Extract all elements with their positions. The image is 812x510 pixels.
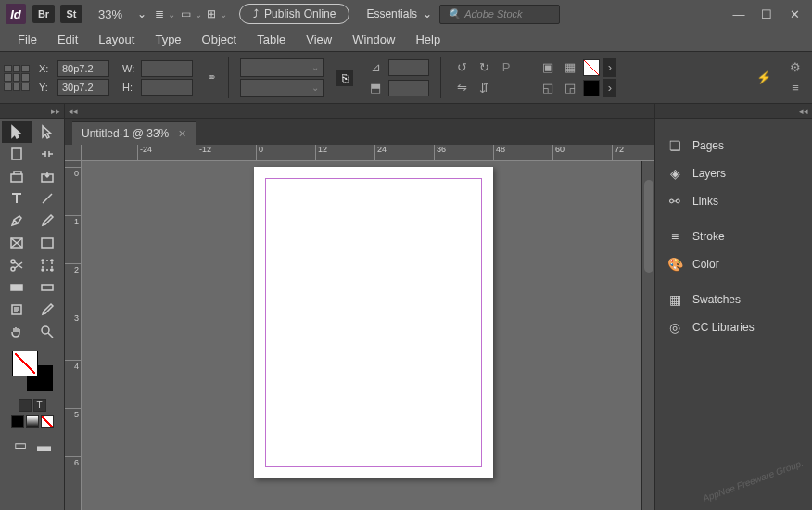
eyedropper-tool[interactable] [32,299,62,321]
settings-icon[interactable]: ⚙ [786,58,805,77]
view-mode-preview[interactable]: ▬ [33,436,56,454]
rectangle-frame-tool[interactable] [2,232,32,254]
type-tool[interactable] [2,187,32,210]
page-tool[interactable] [2,143,32,165]
rotate-icon: ⊿ [366,58,385,77]
tab-close-icon[interactable]: ✕ [178,128,186,140]
select-next-icon[interactable]: ◲ [561,79,579,97]
y-input[interactable] [57,79,109,96]
free-transform-tool[interactable] [32,254,62,276]
link-icon[interactable]: ⎘ [336,70,353,86]
menu-type[interactable]: Type [145,29,191,50]
panel-color[interactable]: 🎨Color [655,250,812,278]
rectangle-tool[interactable] [32,232,62,254]
content-placer-tool[interactable] [32,165,62,187]
fill-swatch[interactable] [583,59,600,76]
menu-view[interactable]: View [296,29,342,50]
quick-apply-icon[interactable]: ⚡ [755,69,773,87]
rotate-ccw-icon[interactable]: ↺ [452,58,471,77]
pen-tool[interactable] [2,210,32,232]
workspace-select[interactable]: Essentials [366,7,432,20]
zoom-tool[interactable] [32,321,62,343]
panel-swatches[interactable]: ▦Swatches [655,286,812,313]
scale-x-dropdown[interactable]: ⌄ [240,58,324,77]
cc-icon: ◎ [666,319,683,336]
scale-y-dropdown[interactable]: ⌄ [240,79,324,97]
select-container-icon[interactable]: ▣ [539,58,557,77]
ruler-vertical[interactable]: 0 1 2 3 4 5 6 [65,161,82,510]
tab-title: Untitled-1 @ 33% [82,127,169,140]
panel-cc-libraries[interactable]: ◎CC Libraries [655,313,812,341]
publish-online-button[interactable]: ⤴ Publish Online [239,4,349,24]
screen-mode-icon[interactable]: ▭ [178,3,204,25]
nav-right-1[interactable]: › [603,58,616,77]
panel-menu-icon[interactable]: ≡ [786,79,805,97]
note-tool[interactable] [2,299,32,321]
arrange-icon[interactable]: ⊞ [204,3,230,25]
panel-stroke[interactable]: ≡Stroke [655,223,812,250]
canvas[interactable] [82,161,641,510]
menu-edit[interactable]: Edit [47,29,88,50]
menu-window[interactable]: Window [342,29,405,50]
document-tab[interactable]: Untitled-1 @ 33% ✕ [72,121,196,145]
selection-tool[interactable] [2,121,32,143]
menu-object[interactable]: Object [192,29,247,50]
rotate-input[interactable] [388,59,429,76]
fill-color-box[interactable] [12,351,38,376]
ruler-origin[interactable] [65,145,82,161]
select-prev-icon[interactable]: ◱ [539,79,557,97]
gradient-feather-tool[interactable] [32,276,62,299]
doc-expand[interactable]: ◂◂ [65,104,654,119]
select-content-icon[interactable]: ▦ [561,58,579,77]
maximize-button[interactable]: ☐ [753,5,780,23]
reference-point-grid[interactable] [4,65,30,91]
close-button[interactable]: ✕ [780,5,808,23]
direct-selection-tool[interactable] [32,121,62,143]
shear-input[interactable] [388,80,429,96]
ruler-horizontal[interactable]: -24 -12 0 12 24 36 48 60 72 [82,145,654,161]
panel-label: Color [692,258,719,271]
svg-point-15 [42,326,49,334]
stroke-swatch[interactable] [583,80,600,96]
scissors-tool[interactable] [2,254,32,276]
stock-search[interactable]: 🔍 Adobe Stock [439,5,560,24]
menu-help[interactable]: Help [405,29,450,50]
flip-h-icon[interactable]: ⇋ [452,79,471,97]
gap-tool[interactable] [32,143,62,165]
hand-tool[interactable] [2,321,32,343]
w-input[interactable] [141,60,193,77]
menu-file[interactable]: File [7,29,47,50]
apply-none-icon[interactable] [41,415,54,428]
flip-v-icon[interactable]: ⇵ [475,79,493,97]
formatting-text-icon[interactable]: T [33,399,46,412]
menu-table[interactable]: Table [247,29,296,50]
nav-right-2[interactable]: › [603,79,616,97]
panel-layers[interactable]: ◈Layers [655,159,812,187]
panel-expand[interactable]: ◂◂ [655,104,812,119]
line-tool[interactable] [32,187,62,210]
x-input[interactable] [57,60,109,77]
toolbox-expand[interactable]: ▸▸ [0,104,64,119]
menu-layout[interactable]: Layout [88,29,145,50]
minimize-button[interactable]: — [725,5,753,23]
h-input[interactable] [141,79,193,96]
constrain-icon[interactable]: ⚭ [202,69,221,87]
panel-pages[interactable]: ❏Pages [655,132,812,159]
fill-stroke-boxes[interactable] [12,351,53,391]
zoom-select[interactable]: 33% [93,6,152,23]
paragraph-icon[interactable]: P [497,58,515,77]
apply-color-icon[interactable] [11,415,24,428]
gradient-swatch-tool[interactable] [2,276,32,299]
formatting-container-icon[interactable] [19,399,32,412]
apply-gradient-icon[interactable] [26,415,39,428]
rotate-cw-icon[interactable]: ↻ [475,58,493,77]
stock-badge[interactable]: St [60,5,82,23]
content-collector-tool[interactable] [2,165,32,187]
view-options-icon[interactable]: ≣ [152,3,178,25]
panel-links[interactable]: ⚯Links [655,187,812,215]
scrollbar-vertical[interactable] [641,161,654,510]
view-mode-normal[interactable]: ▭ [9,436,32,454]
page[interactable] [254,167,493,478]
pencil-tool[interactable] [32,210,62,232]
bridge-badge[interactable]: Br [32,5,55,23]
